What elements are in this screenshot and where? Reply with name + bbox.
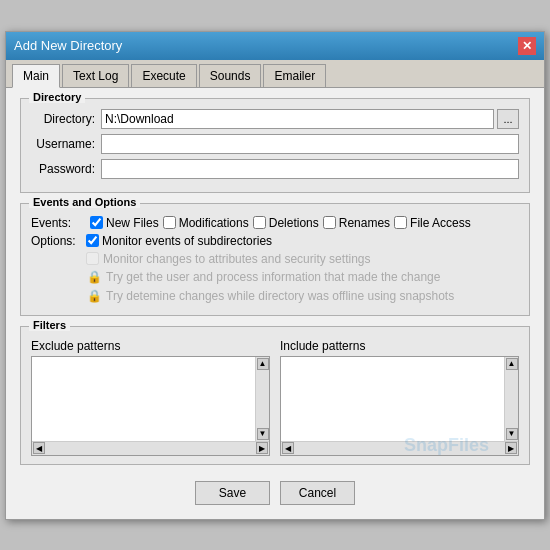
option-attributes: Monitor changes to attributes and securi… xyxy=(86,252,519,266)
include-scroll-right[interactable]: ▶ xyxy=(505,442,517,454)
username-row: Username: xyxy=(31,134,519,154)
exclude-scrollbar-v: ▲ ▼ xyxy=(255,357,269,441)
exclude-patterns-col: Exclude patterns ▲ ▼ ◀ ▶ xyxy=(31,339,270,456)
event-file-access-checkbox[interactable] xyxy=(394,216,407,229)
include-area[interactable] xyxy=(281,357,504,441)
cancel-button[interactable]: Cancel xyxy=(280,481,355,505)
exclude-scroll-right[interactable]: ▶ xyxy=(256,442,268,454)
option-subdirectories-checkbox[interactable] xyxy=(86,234,99,247)
options-label: Options: xyxy=(31,234,86,248)
main-content: Directory Directory: ... Username: Passw… xyxy=(6,88,544,519)
events-label: Events: xyxy=(31,216,86,230)
events-section-title: Events and Options xyxy=(29,196,140,208)
password-input[interactable] xyxy=(101,159,519,179)
include-textarea-wrap: ▲ ▼ ◀ ▶ xyxy=(280,356,519,456)
event-renames-checkbox[interactable] xyxy=(323,216,336,229)
exclude-area[interactable] xyxy=(32,357,255,441)
title-bar: Add New Directory ✕ xyxy=(6,32,544,60)
exclude-patterns-label: Exclude patterns xyxy=(31,339,270,353)
include-scrollbar-v: ▲ ▼ xyxy=(504,357,518,441)
event-modifications[interactable]: Modifications xyxy=(163,216,249,230)
directory-group: Directory Directory: ... Username: Passw… xyxy=(20,98,530,193)
event-deletions-checkbox[interactable] xyxy=(253,216,266,229)
event-deletions[interactable]: Deletions xyxy=(253,216,319,230)
password-row: Password: xyxy=(31,159,519,179)
option-subdirectories[interactable]: Monitor events of subdirectories xyxy=(86,234,272,248)
exclude-scroll-up[interactable]: ▲ xyxy=(257,358,269,370)
option-user-process: 🔒 Try get the user and process informati… xyxy=(86,269,519,285)
include-patterns-label: Include patterns xyxy=(280,339,519,353)
option-attributes-checkbox xyxy=(86,252,99,265)
tab-sounds[interactable]: Sounds xyxy=(199,64,262,87)
option-snapshots: 🔒 Try detemine changes while directory w… xyxy=(86,288,519,304)
exclude-textarea-wrap: ▲ ▼ ◀ ▶ xyxy=(31,356,270,456)
events-options-group: Events and Options Events: New Files Mod… xyxy=(20,203,530,316)
directory-section-title: Directory xyxy=(29,91,85,103)
directory-input[interactable] xyxy=(101,109,494,129)
lock-icon-1: 🔒 xyxy=(86,269,102,285)
username-label: Username: xyxy=(31,137,101,151)
filters-section-title: Filters xyxy=(29,319,70,331)
event-new-files[interactable]: New Files xyxy=(90,216,159,230)
include-scroll-left[interactable]: ◀ xyxy=(282,442,294,454)
tab-bar: Main Text Log Execute Sounds Emailer xyxy=(6,60,544,88)
filters-group: Filters Exclude patterns ▲ ▼ xyxy=(20,326,530,465)
include-patterns-col: Include patterns ▲ ▼ ◀ ▶ xyxy=(280,339,519,456)
include-scroll-up[interactable]: ▲ xyxy=(506,358,518,370)
events-row: Events: New Files Modifications Deletion… xyxy=(31,216,519,230)
main-window: Add New Directory ✕ Main Text Log Execut… xyxy=(5,31,545,520)
save-button[interactable]: Save xyxy=(195,481,270,505)
directory-row: Directory: ... xyxy=(31,109,519,129)
include-scroll-down[interactable]: ▼ xyxy=(506,428,518,440)
lock-icon-2: 🔒 xyxy=(86,288,102,304)
exclude-scroll-left[interactable]: ◀ xyxy=(33,442,45,454)
window-title: Add New Directory xyxy=(14,38,122,53)
event-new-files-checkbox[interactable] xyxy=(90,216,103,229)
exclude-scroll-down[interactable]: ▼ xyxy=(257,428,269,440)
directory-label: Directory: xyxy=(31,112,101,126)
event-modifications-checkbox[interactable] xyxy=(163,216,176,229)
exclude-scrollbar-h: ◀ ▶ xyxy=(32,441,269,455)
buttons-row: Save Cancel xyxy=(20,475,530,509)
tab-textlog[interactable]: Text Log xyxy=(62,64,129,87)
exclude-inner: ▲ ▼ xyxy=(32,357,269,441)
filters-row: Exclude patterns ▲ ▼ ◀ ▶ xyxy=(31,339,519,456)
password-label: Password: xyxy=(31,162,101,176)
tab-execute[interactable]: Execute xyxy=(131,64,196,87)
tab-main[interactable]: Main xyxy=(12,64,60,88)
options-row-1: Options: Monitor events of subdirectorie… xyxy=(31,234,519,248)
browse-button[interactable]: ... xyxy=(497,109,519,129)
close-button[interactable]: ✕ xyxy=(518,37,536,55)
include-scrollbar-h: ◀ ▶ xyxy=(281,441,518,455)
event-renames[interactable]: Renames xyxy=(323,216,390,230)
username-input[interactable] xyxy=(101,134,519,154)
include-inner: ▲ ▼ xyxy=(281,357,518,441)
event-file-access[interactable]: File Access xyxy=(394,216,471,230)
tab-emailer[interactable]: Emailer xyxy=(263,64,326,87)
